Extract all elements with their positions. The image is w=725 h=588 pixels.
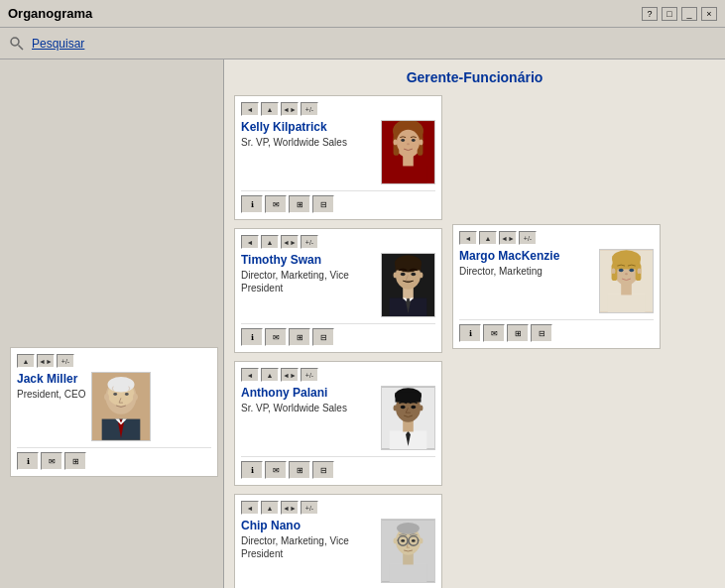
kelly-email-btn[interactable]: ✉ <box>265 195 287 213</box>
margo-pm-btn[interactable]: +/- <box>519 231 537 245</box>
kelly-info: Kelly Kilpatrick Sr. VP, Worldwide Sales <box>241 120 375 149</box>
window-controls: ? □ _ × <box>642 7 717 21</box>
svg-rect-25 <box>390 166 427 183</box>
margo-nav-btn[interactable]: ◄► <box>499 231 517 245</box>
svg-point-73 <box>629 269 634 272</box>
kelly-photo <box>381 120 435 184</box>
timothy-toolbar: ◄ ▲ ◄► +/- <box>241 235 435 249</box>
margo-tree2-btn[interactable]: ⊟ <box>531 324 552 342</box>
svg-point-62 <box>394 537 398 543</box>
close-button[interactable]: × <box>701 7 717 21</box>
jack-pm-btn[interactable]: +/- <box>57 354 74 368</box>
svg-point-22 <box>407 143 410 145</box>
timothy-card: ◄ ▲ ◄► +/- Timothy Swan Director, Market… <box>234 228 442 353</box>
kelly-up-btn[interactable]: ▲ <box>261 102 279 116</box>
minimize-button[interactable]: _ <box>681 7 697 21</box>
kelly-tree2-btn[interactable]: ⊟ <box>312 195 334 213</box>
jack-nav-btn[interactable]: ◄► <box>37 354 55 368</box>
margo-photo <box>599 249 654 313</box>
timothy-inner: Timothy Swan Director, Marketing, Vice P… <box>241 253 435 317</box>
jack-title: President, CEO <box>17 388 85 401</box>
anthony-pm-btn[interactable]: +/- <box>301 368 318 382</box>
anthony-back-btn[interactable]: ◄ <box>241 368 259 382</box>
anthony-nav-btn[interactable]: ◄► <box>281 368 299 382</box>
anthony-up-btn[interactable]: ▲ <box>261 368 279 382</box>
anthony-info: Anthony Palani Sr. VP, Worldwide Sales <box>241 386 375 414</box>
svg-point-9 <box>134 394 139 401</box>
jack-actions: ℹ ✉ ⊞ <box>17 447 211 470</box>
timothy-info: Timothy Swan Director, Marketing, Vice P… <box>241 253 375 294</box>
svg-point-74 <box>625 273 628 275</box>
anthony-inner: Anthony Palani Sr. VP, Worldwide Sales <box>241 386 435 450</box>
margo-back-btn[interactable]: ◄ <box>459 231 477 245</box>
kelly-back-btn[interactable]: ◄ <box>241 102 259 116</box>
margo-info-btn[interactable]: ℹ <box>459 324 481 342</box>
chip-name: Chip Nano <box>241 519 375 532</box>
svg-point-5 <box>108 377 135 392</box>
chip-face-svg <box>382 520 434 582</box>
jack-email-btn[interactable]: ✉ <box>41 452 62 470</box>
anthony-card: ◄ ▲ ◄► +/- Anthony Palani Sr. VP, Worldw… <box>234 361 442 486</box>
anthony-email-btn[interactable]: ✉ <box>265 461 287 479</box>
svg-point-60 <box>401 539 405 542</box>
anthony-tree-btn[interactable]: ⊞ <box>289 461 310 479</box>
svg-point-23 <box>394 139 398 145</box>
svg-point-46 <box>401 406 406 409</box>
chip-toolbar: ◄ ▲ ◄► +/- <box>241 501 435 515</box>
svg-point-36 <box>411 273 416 276</box>
svg-point-8 <box>105 394 110 401</box>
svg-point-72 <box>619 269 624 272</box>
timothy-up-btn[interactable]: ▲ <box>261 235 279 249</box>
svg-point-75 <box>612 268 616 274</box>
jack-face-svg <box>92 373 150 440</box>
kelly-title: Sr. VP, Worldwide Sales <box>241 136 375 149</box>
margo-tree-btn[interactable]: ⊞ <box>507 324 529 342</box>
timothy-email-btn[interactable]: ✉ <box>265 328 287 346</box>
svg-rect-26 <box>403 155 414 167</box>
org-layout: ◄ ▲ ◄► +/- Kelly Kilpatrick Sr. VP, Worl… <box>234 95 715 588</box>
svg-rect-51 <box>390 564 427 582</box>
timothy-name: Timothy Swan <box>241 253 375 267</box>
timothy-tree-btn[interactable]: ⊞ <box>289 328 310 346</box>
margo-up-btn[interactable]: ▲ <box>479 231 497 245</box>
timothy-back-btn[interactable]: ◄ <box>241 235 259 249</box>
anthony-face-svg <box>382 387 434 449</box>
anthony-tree2-btn[interactable]: ⊟ <box>312 461 334 479</box>
svg-point-24 <box>420 139 423 145</box>
section-title: Gerente-Funcionário <box>234 69 715 85</box>
chip-up-btn[interactable]: ▲ <box>261 501 279 515</box>
search-label[interactable]: Pesquisar <box>32 37 84 51</box>
jack-info-btn[interactable]: ℹ <box>17 452 39 470</box>
jack-tree-btn[interactable]: ⊞ <box>64 452 86 470</box>
svg-rect-45 <box>395 393 421 403</box>
title-bar: Organograma ? □ _ × <box>0 0 725 28</box>
anthony-name: Anthony Palani <box>241 386 375 400</box>
margo-email-btn[interactable]: ✉ <box>483 324 505 342</box>
timothy-title: Director, Marketing, Vice President <box>241 269 375 294</box>
right-panel: Gerente-Funcionário ◄ ▲ ◄► +/- Kelly Kil… <box>223 59 725 588</box>
margo-face-svg <box>600 250 653 312</box>
svg-point-47 <box>411 406 416 409</box>
chip-back-btn[interactable]: ◄ <box>241 501 259 515</box>
anthony-info-btn[interactable]: ℹ <box>241 461 263 479</box>
timothy-nav-btn[interactable]: ◄► <box>281 235 299 249</box>
chip-nav-btn[interactable]: ◄► <box>281 501 299 515</box>
margo-toolbar: ◄ ▲ ◄► +/- <box>459 231 654 245</box>
help-button[interactable]: ? <box>642 7 658 21</box>
timothy-pm-btn[interactable]: +/- <box>301 235 318 249</box>
kelly-info-btn[interactable]: ℹ <box>241 195 263 213</box>
timothy-info-btn[interactable]: ℹ <box>241 328 263 346</box>
restore-button[interactable]: □ <box>662 7 677 21</box>
chip-pm-btn[interactable]: +/- <box>301 501 318 515</box>
kelly-nav-btn[interactable]: ◄► <box>281 102 299 116</box>
svg-point-6 <box>114 393 118 396</box>
svg-rect-65 <box>608 294 646 312</box>
margo-inner: Margo MacKenzie Director, Marketing <box>459 249 654 313</box>
main-content: ▲ ◄► +/- Jack Miller President, CEO <box>0 59 725 588</box>
kelly-pm-btn[interactable]: +/- <box>301 102 318 116</box>
jack-up-btn[interactable]: ▲ <box>17 354 35 368</box>
svg-line-1 <box>19 45 24 50</box>
kelly-face-svg <box>382 121 434 183</box>
kelly-tree-btn[interactable]: ⊞ <box>289 195 310 213</box>
timothy-tree2-btn[interactable]: ⊟ <box>312 328 334 346</box>
